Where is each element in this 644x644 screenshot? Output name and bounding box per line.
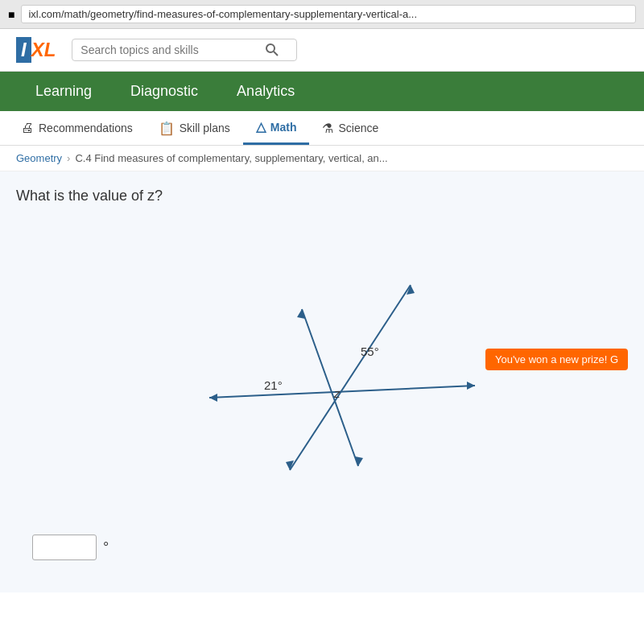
subnav-math[interactable]: △ Math [243, 111, 310, 145]
browser-url[interactable]: ixl.com/math/geometry/find-measures-of-c… [21, 5, 636, 23]
subnav-math-label: Math [270, 121, 297, 134]
skillplans-icon: 📋 [159, 121, 175, 136]
math-icon: △ [256, 119, 266, 134]
sub-nav: 🖨 Recommendations 📋 Skill plans △ Math ⚗… [0, 111, 644, 146]
svg-text:55°: 55° [361, 345, 379, 358]
browser-bar: ■ ixl.com/math/geometry/find-measures-of… [0, 0, 644, 29]
search-bar[interactable] [72, 39, 297, 61]
main-content: You've won a new prize! G What is the va… [0, 171, 644, 592]
answer-input[interactable] [32, 535, 97, 560]
svg-line-1 [274, 52, 278, 56]
browser-favicon: ■ [8, 8, 14, 21]
science-icon: ⚗ [322, 121, 333, 136]
svg-marker-4 [209, 394, 217, 402]
svg-point-0 [266, 44, 275, 52]
logo-xl: XL [31, 39, 56, 61]
breadcrumb-separator: › [67, 152, 70, 164]
page-content: I XL Learning Diagnostic Analytics 🖨 Rec… [0, 29, 644, 644]
subnav-recommendations-label: Recommendations [39, 122, 133, 134]
svg-text:21°: 21° [264, 378, 283, 392]
ixl-header: I XL [0, 29, 644, 72]
subnav-science-label: Science [338, 122, 378, 134]
svg-line-8 [302, 309, 358, 466]
svg-line-2 [209, 386, 475, 398]
degree-symbol: ° [103, 539, 109, 556]
svg-text:z: z [333, 386, 341, 400]
recommendations-icon: 🖨 [21, 121, 34, 135]
subnav-recommendations[interactable]: 🖨 Recommendations [8, 113, 146, 143]
tab-analytics[interactable]: Analytics [217, 72, 314, 111]
logo-i: I [16, 37, 31, 63]
search-input[interactable] [80, 43, 266, 56]
geometry-diagram: 55° 21° z [161, 237, 483, 494]
breadcrumb-parent[interactable]: Geometry [16, 152, 62, 164]
subnav-skillplans[interactable]: 📋 Skill plans [146, 113, 243, 144]
subnav-skillplans-label: Skill plans [180, 122, 230, 134]
breadcrumb: Geometry › C.4 Find measures of compleme… [0, 146, 644, 171]
prize-banner[interactable]: You've won a new prize! G [485, 349, 628, 370]
nav-tabs: Learning Diagnostic Analytics [0, 72, 644, 111]
tab-learning[interactable]: Learning [16, 72, 111, 111]
ixl-logo: I XL [16, 37, 56, 63]
breadcrumb-current: C.4 Find measures of complementary, supp… [75, 152, 387, 164]
svg-marker-3 [467, 382, 475, 390]
question-text: What is the value of z? [16, 188, 628, 204]
subnav-science[interactable]: ⚗ Science [309, 113, 391, 144]
search-icon [266, 43, 279, 56]
answer-area: ° [16, 518, 628, 576]
tab-diagnostic[interactable]: Diagnostic [111, 72, 217, 111]
